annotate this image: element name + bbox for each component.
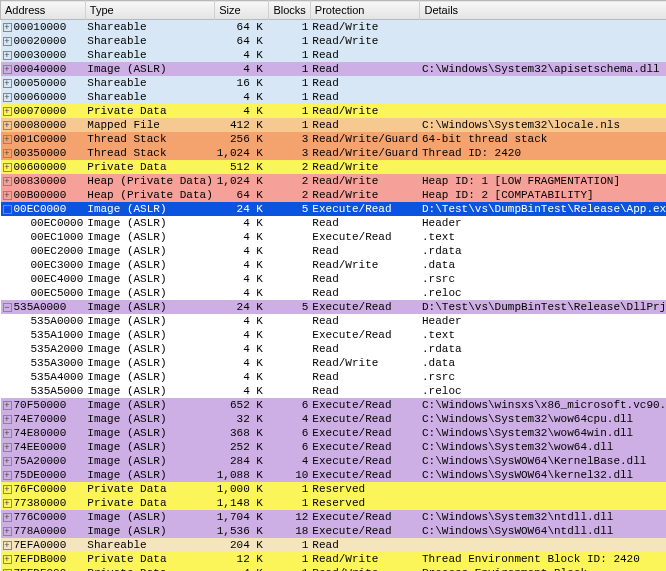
cell-address: 00EC2000 — [3, 244, 84, 258]
table-row[interactable]: 00EC2000Image (ASLR)4 KRead.rdata — [1, 244, 667, 258]
collapse-icon[interactable]: − — [3, 205, 12, 214]
table-row[interactable]: +00050000Shareable16 K1Read — [1, 76, 667, 90]
col-type[interactable]: Type — [85, 1, 214, 20]
expand-icon[interactable]: + — [3, 163, 12, 172]
expand-icon[interactable]: + — [3, 79, 12, 88]
expand-icon[interactable]: + — [3, 527, 12, 536]
table-row[interactable]: +00030000Shareable4 K1Read — [1, 48, 667, 62]
cell-type: Image (ASLR) — [85, 384, 214, 398]
table-row[interactable]: −00EC0000Image (ASLR)24 K5Execute/ReadD:… — [1, 202, 667, 216]
table-row[interactable]: +74E80000Image (ASLR)368 K6Execute/ReadC… — [1, 426, 667, 440]
table-row[interactable]: +77380000Private Data1,148 K1Reserved — [1, 496, 667, 510]
table-row[interactable]: 535A3000Image (ASLR)4 KRead/Write.data — [1, 356, 667, 370]
cell-address: 75A20000 — [14, 455, 67, 467]
table-row[interactable]: +76FC0000Private Data1,000 K1Reserved — [1, 482, 667, 496]
expand-icon[interactable]: + — [3, 499, 12, 508]
expand-icon[interactable]: + — [3, 471, 12, 480]
cell-blocks: 1 — [269, 566, 310, 571]
table-row[interactable]: +00830000Heap (Private Data)1,024 K2Read… — [1, 174, 667, 188]
cell-blocks: 2 — [269, 174, 310, 188]
expand-icon[interactable]: + — [3, 121, 12, 130]
col-size[interactable]: Size — [215, 1, 269, 20]
cell-details: .text — [420, 328, 666, 342]
cell-details: Header — [420, 314, 666, 328]
cell-type: Image (ASLR) — [85, 356, 214, 370]
cell-prot: Read/Write — [310, 34, 420, 48]
expand-icon[interactable]: + — [3, 65, 12, 74]
table-row[interactable]: 00EC3000Image (ASLR)4 KRead/Write.data — [1, 258, 667, 272]
cell-blocks — [269, 384, 310, 398]
table-row[interactable]: +7EFA0000Shareable204 K1Read — [1, 538, 667, 552]
table-row[interactable]: +74EE0000Image (ASLR)252 K6Execute/ReadC… — [1, 440, 667, 454]
table-row[interactable]: +7EFDB000Private Data12 K1Read/WriteThre… — [1, 552, 667, 566]
table-row[interactable]: +00010000Shareable64 K1Read/Write — [1, 20, 667, 35]
expand-icon[interactable]: + — [3, 415, 12, 424]
cell-blocks: 1 — [269, 76, 310, 90]
table-row[interactable]: +00060000Shareable4 K1Read — [1, 90, 667, 104]
expand-icon[interactable]: + — [3, 401, 12, 410]
expand-icon[interactable]: + — [3, 51, 12, 60]
table-row[interactable]: 00EC1000Image (ASLR)4 KExecute/Read.text — [1, 230, 667, 244]
expand-icon[interactable]: + — [3, 513, 12, 522]
table-row[interactable]: 535A5000Image (ASLR)4 KRead.reloc — [1, 384, 667, 398]
table-row[interactable]: +00020000Shareable64 K1Read/Write — [1, 34, 667, 48]
expand-icon[interactable]: + — [3, 429, 12, 438]
table-row[interactable]: +70F50000Image (ASLR)652 K6Execute/ReadC… — [1, 398, 667, 412]
expand-icon[interactable]: + — [3, 149, 12, 158]
table-row[interactable]: 00EC5000Image (ASLR)4 KRead.reloc — [1, 286, 667, 300]
expand-icon[interactable]: + — [3, 485, 12, 494]
cell-type: Image (ASLR) — [85, 328, 214, 342]
cell-type: Image (ASLR) — [85, 216, 214, 230]
table-row[interactable]: +75A20000Image (ASLR)284 K4Execute/ReadC… — [1, 454, 667, 468]
col-address[interactable]: Address — [1, 1, 86, 20]
cell-blocks: 10 — [269, 468, 310, 482]
table-row[interactable]: +001C0000Thread Stack256 K3Read/Write/Gu… — [1, 132, 667, 146]
expand-icon[interactable]: + — [3, 191, 12, 200]
cell-blocks: 6 — [269, 440, 310, 454]
cell-size: 4 K — [215, 566, 269, 571]
table-row[interactable]: 00EC4000Image (ASLR)4 KRead.rsrc — [1, 272, 667, 286]
table-header[interactable]: Address Type Size Blocks Protection Deta… — [1, 1, 667, 20]
table-row[interactable]: +00080000Mapped File412 K1ReadC:\Windows… — [1, 118, 667, 132]
table-row[interactable]: 00EC0000Image (ASLR)4 KReadHeader — [1, 216, 667, 230]
table-row[interactable]: 535A1000Image (ASLR)4 KExecute/Read.text — [1, 328, 667, 342]
memory-table[interactable]: Address Type Size Blocks Protection Deta… — [0, 0, 666, 571]
expand-icon[interactable]: + — [3, 93, 12, 102]
expand-icon[interactable]: + — [3, 177, 12, 186]
table-row[interactable]: 535A4000Image (ASLR)4 KRead.rsrc — [1, 370, 667, 384]
cell-prot: Read/Write — [310, 566, 420, 571]
table-row[interactable]: +74E70000Image (ASLR)32 K4Execute/ReadC:… — [1, 412, 667, 426]
cell-address: 535A1000 — [3, 328, 84, 342]
cell-address: 7EFDB000 — [14, 553, 67, 565]
table-row[interactable]: +00040000Image (ASLR)4 K1ReadC:\Windows\… — [1, 62, 667, 76]
table-row[interactable]: 535A0000Image (ASLR)4 KReadHeader — [1, 314, 667, 328]
cell-size: 4 K — [215, 216, 269, 230]
expand-icon[interactable]: + — [3, 457, 12, 466]
col-blocks[interactable]: Blocks — [269, 1, 310, 20]
col-details[interactable]: Details — [420, 1, 666, 20]
expand-icon[interactable]: + — [3, 443, 12, 452]
expand-icon[interactable]: + — [3, 37, 12, 46]
expand-icon[interactable]: + — [3, 23, 12, 32]
table-row[interactable]: +776C0000Image (ASLR)1,704 K12Execute/Re… — [1, 510, 667, 524]
expand-icon[interactable]: + — [3, 555, 12, 564]
table-row[interactable]: +00070000Private Data4 K1Read/Write — [1, 104, 667, 118]
table-row[interactable]: +778A0000Image (ASLR)1,536 K18Execute/Re… — [1, 524, 667, 538]
table-row[interactable]: −535A0000Image (ASLR)24 K5Execute/ReadD:… — [1, 300, 667, 314]
col-protection[interactable]: Protection — [310, 1, 420, 20]
table-row[interactable]: +7EFDE000Private Data4 K1Read/WriteProce… — [1, 566, 667, 571]
cell-details: Process Environment Block — [420, 566, 666, 571]
cell-address: 77380000 — [14, 497, 67, 509]
cell-address: 535A2000 — [3, 342, 84, 356]
table-row[interactable]: +00350000Thread Stack1,024 K3Read/Write/… — [1, 146, 667, 160]
table-row[interactable]: +00600000Private Data512 K2Read/Write — [1, 160, 667, 174]
table-row[interactable]: 535A2000Image (ASLR)4 KRead.rdata — [1, 342, 667, 356]
cell-details: C:\Windows\SysWOW64\kernel32.dll — [420, 468, 666, 482]
cell-blocks: 4 — [269, 412, 310, 426]
expand-icon[interactable]: + — [3, 107, 12, 116]
table-row[interactable]: +00B00000Heap (Private Data)64 K2Read/Wr… — [1, 188, 667, 202]
expand-icon[interactable]: + — [3, 541, 12, 550]
expand-icon[interactable]: + — [3, 135, 12, 144]
collapse-icon[interactable]: − — [3, 303, 12, 312]
table-row[interactable]: +75DE0000Image (ASLR)1,088 K10Execute/Re… — [1, 468, 667, 482]
